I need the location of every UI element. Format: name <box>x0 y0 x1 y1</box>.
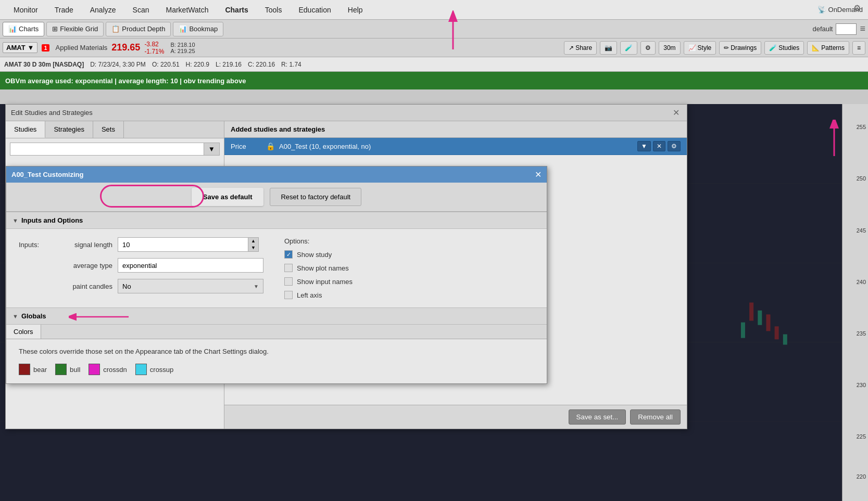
menu-item-analyze[interactable]: Analyze <box>82 2 124 18</box>
settings-btn[interactable]: ⚙ <box>640 41 656 55</box>
product-depth-icon: 📋 <box>111 25 120 33</box>
more-icon: ≡ <box>857 44 861 52</box>
stock-toolbar-right: ↗ Share 📷 🧪 ⚙ 30m 📈Style ✏Drawings 🧪Stud… <box>564 41 865 55</box>
study-delete-btn[interactable]: ✕ <box>653 141 665 151</box>
price-235: 235 <box>857 330 866 337</box>
show-plot-names-option: Show plot names <box>284 264 353 272</box>
svg-rect-6 <box>741 323 745 338</box>
study-settings-btn[interactable]: ⚙ <box>668 141 681 151</box>
options-header: Options: <box>284 237 353 245</box>
studies-btn[interactable]: 🧪Studies <box>764 41 804 55</box>
ohlc-range: R: 1.74 <box>281 61 301 68</box>
signal-length-down[interactable]: ▼ <box>248 245 258 251</box>
right-panel: Added studies and strategies Price 🔒 A00… <box>224 121 687 429</box>
drawings-btn[interactable]: ✏Drawings <box>719 41 761 55</box>
show-plot-names-checkbox[interactable] <box>284 264 293 272</box>
dialog-body: Studies Strategies Sets ▼ Added studies … <box>6 121 687 429</box>
menu-item-scan[interactable]: Scan <box>124 2 158 18</box>
stock-change-wrapper: -3.82 -1.71% <box>144 41 164 55</box>
svg-rect-7 <box>749 303 753 321</box>
default-color-box[interactable] <box>836 23 857 35</box>
menu-item-tools[interactable]: Tools <box>257 2 291 18</box>
bull-label: bull <box>70 366 80 374</box>
left-axis-checkbox[interactable] <box>284 291 293 299</box>
menu-item-trade[interactable]: Trade <box>46 2 82 18</box>
second-toolbar: 📊 Charts ⊞ Flexible Grid 📋 Product Depth… <box>0 20 868 38</box>
patterns-btn[interactable]: 📐Patterns <box>807 41 849 55</box>
dialog-bottom: Save as set... Remove all <box>224 405 687 429</box>
bull-color-box[interactable] <box>55 364 67 375</box>
camera-icon: 📷 <box>605 44 612 52</box>
bear-color-box[interactable] <box>19 364 30 375</box>
symbol-text: AMAT <box>6 44 26 52</box>
average-type-input[interactable] <box>118 258 263 273</box>
globals-body: These colors override those set on the A… <box>6 339 547 383</box>
flask-btn[interactable]: 🧪 <box>620 41 637 55</box>
study-price-label: Price <box>231 143 262 150</box>
inputs-column: Inputs: signal length ▲ ▼ <box>19 237 263 299</box>
share-label: Share <box>575 44 592 52</box>
show-study-checkbox[interactable] <box>284 250 293 259</box>
signal-length-input[interactable] <box>118 237 248 252</box>
inputs-options-section-header[interactable]: ▼ Inputs and Options <box>6 212 547 229</box>
reset-factory-button[interactable]: Reset to factory default <box>270 188 361 206</box>
share-btn[interactable]: ↗ Share <box>564 41 597 55</box>
dialog-close-button[interactable]: ✕ <box>671 108 682 118</box>
show-input-names-option: Show input names <box>284 277 353 286</box>
camera-btn[interactable]: 📷 <box>600 41 617 55</box>
crossup-label: crossup <box>150 366 174 374</box>
save-default-button[interactable]: Save as default <box>192 188 264 206</box>
show-input-names-checkbox[interactable] <box>284 277 293 286</box>
pink-circle-annotation <box>100 185 204 208</box>
tab-strategies[interactable]: Strategies <box>45 121 93 138</box>
studies-icon: 🧪 <box>769 44 777 52</box>
menu-item-marketwatch[interactable]: MarketWatch <box>157 2 217 18</box>
stock-symbol[interactable]: AMAT ▼ <box>3 42 37 53</box>
timeframe-btn[interactable]: 30m <box>659 41 680 55</box>
menu-item-help[interactable]: Help <box>339 2 371 18</box>
save-set-button[interactable]: Save as set... <box>569 409 626 425</box>
bookmap-btn[interactable]: 📊 Bookmap <box>173 22 223 36</box>
search-input[interactable] <box>10 143 204 155</box>
average-type-label: average type <box>60 262 112 269</box>
menu-item-education[interactable]: Education <box>290 2 339 18</box>
study-dropdown-btn[interactable]: ▼ <box>637 141 651 151</box>
options-column: Options: Show study Show plot names <box>284 237 353 299</box>
studies-label: Studies <box>778 44 799 52</box>
toolbar-right: default ≡ <box>812 23 865 35</box>
search-dropdown-button[interactable]: ▼ <box>204 143 219 155</box>
globals-tab-colors[interactable]: Colors <box>6 325 41 339</box>
more-btn[interactable]: ≡ <box>852 41 865 55</box>
show-study-label: Show study <box>297 251 332 259</box>
paint-candles-select[interactable]: No ▼ <box>118 279 263 293</box>
left-axis-option: Left axis <box>284 291 353 299</box>
menu-item-charts[interactable]: Charts <box>217 2 256 18</box>
inputs-options-body: Inputs: signal length ▲ ▼ <box>6 229 547 307</box>
style-icon: 📈 <box>688 44 696 52</box>
product-depth-btn[interactable]: 📋 Product Depth <box>106 22 171 36</box>
charts-toolbar-btn[interactable]: 📊 Charts <box>3 22 44 36</box>
charts-icon: 📊 <box>8 25 17 33</box>
style-btn[interactable]: 📈Style <box>684 41 716 55</box>
dropdown-icon: ▼ <box>28 44 34 52</box>
flexible-grid-label: Flexible Grid <box>60 25 98 33</box>
remove-all-button[interactable]: Remove all <box>630 409 681 425</box>
flask-icon: 🧪 <box>625 44 633 52</box>
tab-sets[interactable]: Sets <box>93 121 124 138</box>
crossup-color-box[interactable] <box>135 364 147 375</box>
swatch-crossup: crossup <box>135 364 174 375</box>
signal-length-up[interactable]: ▲ <box>248 238 258 245</box>
svg-rect-9 <box>766 314 770 331</box>
settings-icon: ⚙ <box>645 44 651 52</box>
tab-studies[interactable]: Studies <box>6 121 45 138</box>
menu-icon[interactable]: ≡ <box>860 23 865 34</box>
flexible-grid-btn[interactable]: ⊞ Flexible Grid <box>46 22 104 36</box>
customizing-close-button[interactable]: ✕ <box>535 170 542 179</box>
edit-studies-dialog: Edit Studies and Strategies ✕ Studies St… <box>5 104 687 429</box>
globals-section-header[interactable]: ▼ Globals <box>6 307 547 325</box>
gear-icon[interactable]: ⚙ <box>853 3 861 13</box>
menu-item-monitor[interactable]: Monitor <box>5 2 46 18</box>
crossdn-color-box[interactable] <box>89 364 100 375</box>
search-bar: ▼ <box>6 138 224 160</box>
default-label: default <box>812 25 833 33</box>
